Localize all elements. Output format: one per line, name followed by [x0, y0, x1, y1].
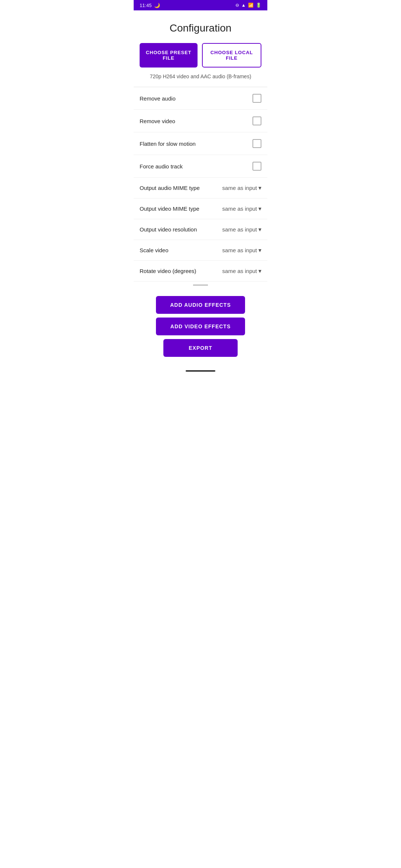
- option-output-audio-mime: Output audio MIME type same as input ▾: [134, 178, 267, 198]
- output-video-resolution-value: same as input: [222, 226, 257, 233]
- status-icons: ⊖ ▲ 📶 🔋: [235, 3, 261, 8]
- choose-preset-file-button[interactable]: CHOOSE PRESET FILE: [140, 43, 198, 68]
- action-buttons-section: ADD AUDIO EFFECTS ADD VIDEO EFFECTS EXPO…: [134, 290, 267, 366]
- flatten-slow-motion-checkbox[interactable]: [252, 139, 261, 148]
- option-rotate-video: Rotate video (degrees) same as input ▾: [134, 261, 267, 282]
- option-output-video-mime: Output video MIME type same as input ▾: [134, 198, 267, 219]
- output-audio-mime-value: same as input: [222, 185, 257, 191]
- option-remove-audio: Remove audio: [134, 87, 267, 110]
- add-audio-effects-button[interactable]: ADD AUDIO EFFECTS: [156, 296, 245, 314]
- signal-icon: 📶: [248, 3, 254, 8]
- battery-icon: 🔋: [256, 3, 261, 8]
- output-video-mime-dropdown[interactable]: same as input ▾: [213, 205, 261, 212]
- scale-video-dropdown[interactable]: same as input ▾: [213, 247, 261, 254]
- status-time: 11:45 🌙: [140, 3, 160, 8]
- output-audio-mime-label: Output audio MIME type: [140, 185, 213, 191]
- force-audio-track-label: Force audio track: [140, 163, 252, 170]
- output-video-resolution-dropdown[interactable]: same as input ▾: [213, 226, 261, 233]
- rotate-video-dropdown[interactable]: same as input ▾: [213, 267, 261, 274]
- add-video-effects-button[interactable]: ADD VIDEO EFFECTS: [156, 318, 245, 335]
- scale-video-arrow-icon: ▾: [258, 247, 261, 254]
- flatten-slow-motion-label: Flatten for slow motion: [140, 141, 252, 147]
- output-audio-mime-dropdown[interactable]: same as input ▾: [213, 184, 261, 191]
- scale-video-label: Scale video: [140, 247, 213, 253]
- remove-video-checkbox[interactable]: [252, 116, 261, 125]
- option-output-video-resolution: Output video resolution same as input ▾: [134, 219, 267, 240]
- remove-audio-checkbox[interactable]: [252, 94, 261, 103]
- option-flatten-slow-motion: Flatten for slow motion: [134, 132, 267, 155]
- home-bar: [186, 370, 215, 372]
- preset-description: 720p H264 video and AAC audio (B-frames): [134, 70, 267, 87]
- rotate-video-value: same as input: [222, 268, 257, 274]
- choose-local-file-button[interactable]: CHOOSE LOCAL FILE: [202, 43, 261, 68]
- wifi-icon: ▲: [241, 3, 246, 8]
- file-button-row: CHOOSE PRESET FILE CHOOSE LOCAL FILE: [134, 43, 267, 70]
- option-force-audio-track: Force audio track: [134, 155, 267, 178]
- rotate-video-arrow-icon: ▾: [258, 267, 261, 274]
- output-video-mime-value: same as input: [222, 206, 257, 212]
- option-scale-video: Scale video same as input ▾: [134, 240, 267, 261]
- section-separator: [193, 285, 208, 286]
- time-display: 11:45: [140, 3, 152, 8]
- page-title: Configuration: [134, 10, 267, 43]
- rotate-video-label: Rotate video (degrees): [140, 268, 213, 274]
- alarm-icon: ⊖: [235, 3, 239, 8]
- export-button[interactable]: EXPORT: [163, 339, 238, 357]
- moon-icon: 🌙: [154, 3, 160, 8]
- options-section: Remove audio Remove video Flatten for sl…: [134, 87, 267, 282]
- output-video-mime-arrow-icon: ▾: [258, 205, 261, 212]
- force-audio-track-checkbox[interactable]: [252, 162, 261, 171]
- output-audio-mime-arrow-icon: ▾: [258, 184, 261, 191]
- scale-video-value: same as input: [222, 247, 257, 253]
- remove-video-label: Remove video: [140, 118, 252, 124]
- option-remove-video: Remove video: [134, 110, 267, 132]
- remove-audio-label: Remove audio: [140, 95, 252, 102]
- home-indicator: [134, 366, 267, 376]
- output-video-resolution-arrow-icon: ▾: [258, 226, 261, 233]
- status-bar: 11:45 🌙 ⊖ ▲ 📶 🔋: [134, 0, 267, 10]
- output-video-mime-label: Output video MIME type: [140, 206, 213, 212]
- output-video-resolution-label: Output video resolution: [140, 226, 213, 233]
